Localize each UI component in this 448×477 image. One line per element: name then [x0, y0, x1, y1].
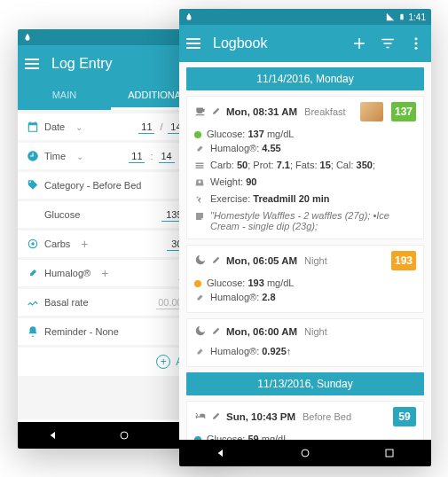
edit-icon — [212, 411, 221, 422]
cup-icon — [194, 105, 207, 119]
entry-label: Before Bed — [303, 411, 351, 422]
clock-icon — [27, 150, 39, 162]
note-icon — [194, 210, 205, 223]
time-hour[interactable]: 11 — [129, 150, 145, 163]
menu-icon[interactable] — [25, 59, 39, 69]
moon-icon — [194, 254, 207, 268]
tab-main[interactable]: MAIN — [18, 82, 111, 110]
appbar-right: Logbook — [179, 25, 431, 62]
weight-icon — [194, 176, 205, 190]
day-header: 11/13/2016, Sunday — [186, 372, 424, 395]
log-entry-card[interactable]: Mon, 06:00 AMNightHumalog®: 0.925↑ — [186, 318, 424, 367]
logbook-body: 11/14/2016, MondayMon, 08:31 AMBreakfast… — [179, 62, 431, 440]
svg-point-1 — [31, 242, 35, 246]
syringe-icon — [194, 346, 205, 359]
entry-line: Humalog®: 2.8 — [194, 290, 416, 307]
log-entry-card[interactable]: Mon, 06:05 AMNight193Glucose: 193 mg/dLH… — [186, 245, 424, 313]
more-icon[interactable] — [408, 35, 424, 51]
date-month[interactable]: 11 — [138, 121, 154, 134]
svg-point-2 — [121, 432, 128, 439]
nutrition-icon — [194, 160, 205, 173]
filter-icon[interactable] — [380, 35, 396, 51]
entry-time: Sun, 10:43 PM — [226, 411, 295, 422]
day-header: 11/14/2016, Monday — [186, 67, 424, 90]
entry-label: Night — [304, 255, 327, 266]
entry-line: Humalog®: 0.925↑ — [194, 344, 416, 361]
entry-line: Carb: 50; Prot: 7.1; Fats: 15; Cal: 350; — [194, 158, 416, 175]
carbs-icon — [27, 238, 39, 250]
basal-icon — [27, 296, 39, 309]
svg-point-5 — [415, 43, 418, 45]
log-entry-card[interactable]: Mon, 08:31 AMBreakfast137Glucose: 137 mg… — [186, 96, 424, 239]
drop-icon — [23, 33, 32, 42]
entry-label: Night — [304, 326, 327, 337]
home-icon[interactable] — [117, 428, 131, 442]
glucose-badge: 193 — [391, 251, 416, 270]
chevron-down-icon: ⌄ — [76, 152, 83, 161]
signal-icon — [386, 12, 395, 21]
entry-line: Glucose: 193 mg/dL — [194, 276, 416, 290]
page-title: Logbook — [213, 35, 267, 51]
time-min[interactable]: 14 — [159, 150, 175, 163]
entry-line: Glucose: 59 mg/dL — [194, 432, 416, 440]
home-icon[interactable] — [298, 446, 312, 460]
status-time: 1:41 — [409, 12, 426, 22]
glucose-dot — [194, 280, 201, 287]
back-icon[interactable] — [46, 428, 60, 442]
battery-icon — [398, 12, 405, 22]
svg-point-4 — [415, 37, 418, 40]
svg-point-6 — [415, 47, 418, 50]
chevron-down-icon: ⌄ — [75, 122, 83, 132]
entry-line: Weight: 90 — [194, 175, 416, 192]
logbook-screen: 1:41 Logbook 11/14/2016, MondayMon, 08:3… — [179, 9, 431, 466]
glucose-badge: 59 — [393, 407, 416, 426]
entry-line: Exercise: Treadmill 20 min — [194, 192, 416, 208]
entry-time: Mon, 06:05 AM — [226, 255, 297, 266]
edit-icon — [212, 255, 221, 266]
plus-icon[interactable]: + — [81, 237, 88, 251]
menu-icon[interactable] — [186, 38, 200, 49]
plus-icon[interactable] — [351, 35, 367, 51]
entry-line: Glucose: 137 mg/dL — [194, 127, 416, 141]
recents-icon[interactable] — [382, 446, 397, 460]
food-thumb — [360, 102, 383, 121]
plus-icon[interactable]: + — [101, 266, 108, 280]
bed-icon — [194, 410, 207, 424]
page-title: Log Entry — [51, 56, 112, 72]
moon-icon — [194, 325, 207, 339]
drop-icon — [185, 12, 193, 21]
edit-icon — [212, 106, 221, 117]
syringe-icon — [194, 143, 205, 156]
glucose-badge: 137 — [391, 102, 416, 121]
entry-time: Mon, 06:00 AM — [226, 326, 297, 337]
calendar-icon — [27, 121, 39, 133]
tag-icon — [27, 179, 39, 192]
log-entry-card[interactable]: Sun, 10:43 PMBefore Bed59Glucose: 59 mg/… — [186, 401, 424, 440]
syringe-icon — [27, 267, 39, 279]
exercise-icon — [194, 193, 205, 207]
entry-time: Mon, 08:31 AM — [226, 106, 297, 117]
svg-rect-8 — [386, 450, 393, 457]
android-navbar-right — [179, 440, 431, 466]
bell-icon — [27, 325, 39, 338]
back-icon[interactable] — [214, 446, 228, 460]
plus-circle-icon: + — [156, 355, 170, 369]
glucose-dot — [194, 131, 201, 138]
entry-line: "Homestyle Waffles - 2 waffles (27g); •I… — [194, 208, 416, 233]
syringe-icon — [194, 292, 205, 305]
status-bar-right: 1:41 — [179, 9, 431, 25]
svg-point-7 — [302, 450, 309, 457]
entry-label: Breakfast — [304, 106, 345, 117]
edit-icon — [212, 326, 221, 337]
entry-line: Humalog®: 4.55 — [194, 141, 416, 158]
